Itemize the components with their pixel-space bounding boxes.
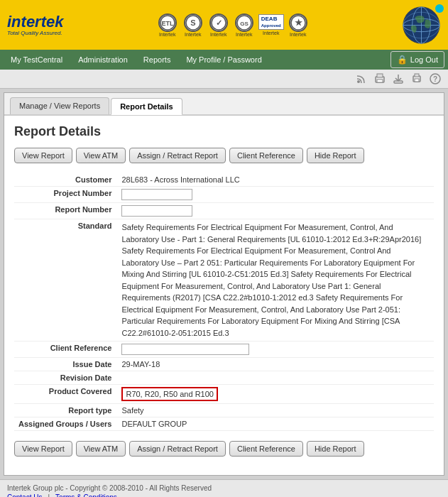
- lock-icon: 🔒: [397, 55, 408, 65]
- client-reference-button-top[interactable]: Client Reference: [229, 148, 303, 163]
- check-badge: ✓ Intertek: [207, 12, 230, 38]
- standard-label: Standard: [14, 219, 117, 342]
- hide-report-button-bottom[interactable]: Hide Report: [307, 441, 364, 457]
- print-icon[interactable]: [373, 72, 387, 85]
- report-number-input[interactable]: [121, 205, 192, 217]
- product-covered-label: Product Covered: [14, 385, 117, 404]
- logout-button[interactable]: 🔒 Log Out: [390, 51, 444, 68]
- customer-label: Customer: [14, 173, 117, 187]
- header-right: [402, 6, 441, 45]
- nav-item-reports[interactable]: Reports: [136, 52, 178, 67]
- view-report-button-bottom[interactable]: View Report: [14, 441, 72, 457]
- tab-manage-view-reports[interactable]: Manage / View Reports: [10, 97, 109, 114]
- svg-rect-18: [377, 74, 383, 77]
- svg-text:S: S: [190, 18, 195, 27]
- view-report-button-top[interactable]: View Report: [14, 148, 72, 163]
- header: intertek Total Quality Assured. ETL Inte…: [0, 0, 448, 50]
- teal-dot: [435, 4, 444, 13]
- svg-rect-23: [415, 79, 419, 82]
- report-number-row: Report Number: [14, 203, 434, 219]
- product-covered-value: R70, R20, R50 and R100: [117, 385, 434, 404]
- footer-copyright: Intertek Group plc - Copyright © 2008-20…: [7, 484, 441, 492]
- deab-badge: DEABApproved Intertek: [258, 14, 284, 36]
- toolbar-icons: ?: [0, 70, 448, 89]
- nav-item-profile[interactable]: My Profile / Password: [179, 52, 268, 67]
- product-covered-row: Product Covered R70, R20, R50 and R100: [14, 385, 434, 404]
- gs-badge: GS Intertek: [233, 12, 256, 38]
- svg-text:GS: GS: [240, 21, 248, 27]
- issue-date-value: 29-MAY-18: [117, 358, 434, 371]
- button-row-bottom: View Report View ATM Assign / Retract Re…: [14, 441, 434, 457]
- hide-report-button-top[interactable]: Hide Report: [307, 148, 364, 163]
- client-reference-input[interactable]: [121, 344, 249, 355]
- project-number-value: [117, 187, 434, 203]
- assigned-groups-value: DEFAULT GROUP: [117, 417, 434, 431]
- report-number-label: Report Number: [14, 203, 117, 219]
- footer-links: Contact Us | Terms & Conditions: [7, 493, 441, 497]
- report-type-row: Report type Safety: [14, 404, 434, 417]
- client-reference-row: Client Reference: [14, 342, 434, 358]
- details-table: Customer 28L683 - Across International L…: [14, 173, 434, 431]
- customer-value: 28L683 - Across International LLC: [117, 173, 434, 187]
- svg-text:?: ?: [433, 75, 437, 83]
- svg-rect-24: [415, 74, 419, 77]
- assign-retract-button-top[interactable]: Assign / Retract Report: [129, 148, 226, 163]
- assigned-groups-label: Assigned Groups / Users: [14, 417, 117, 431]
- nav-items: My TestCentral Administration Reports My…: [4, 52, 269, 67]
- standard-row: Standard Safety Requirements For Electri…: [14, 219, 434, 342]
- nav-item-administration[interactable]: Administration: [71, 52, 135, 67]
- issue-date-row: Issue Date 29-MAY-18: [14, 358, 434, 371]
- nav-item-mytestcentral[interactable]: My TestCentral: [4, 52, 70, 67]
- revision-date-label: Revision Date: [14, 371, 117, 385]
- globe-icon: [402, 6, 441, 45]
- client-reference-value: [117, 342, 434, 358]
- footer-link-contact[interactable]: Contact Us: [7, 493, 42, 497]
- s-badge: S Intertek: [182, 12, 204, 38]
- view-atm-button-bottom[interactable]: View ATM: [76, 441, 126, 457]
- rss-icon[interactable]: [354, 72, 368, 85]
- report-number-value: [117, 203, 434, 219]
- svg-text:★: ★: [294, 18, 302, 28]
- help-icon[interactable]: ?: [428, 72, 442, 85]
- svg-point-16: [357, 80, 360, 83]
- product-covered-highlighted: R70, R20, R50 and R100: [121, 387, 218, 401]
- issue-date-label: Issue Date: [14, 358, 117, 371]
- footer: Intertek Group plc - Copyright © 2008-20…: [0, 479, 448, 497]
- client-reference-button-bottom[interactable]: Client Reference: [229, 441, 303, 457]
- assign-retract-button-bottom[interactable]: Assign / Retract Report: [129, 441, 226, 457]
- report-type-label: Report type: [14, 404, 117, 417]
- navbar: My TestCentral Administration Reports My…: [0, 50, 448, 70]
- standard-value: Safety Requirements For Electrical Equip…: [117, 219, 434, 342]
- page-title: Report Details: [14, 124, 434, 139]
- svg-text:ETL: ETL: [161, 20, 174, 27]
- download-icon[interactable]: [391, 72, 405, 85]
- footer-link-terms[interactable]: Terms & Conditions: [55, 493, 117, 497]
- project-number-input[interactable]: [121, 189, 192, 200]
- svg-text:✓: ✓: [215, 18, 222, 27]
- tab-report-details[interactable]: Report Details: [111, 98, 182, 115]
- view-atm-button-top[interactable]: View ATM: [76, 148, 126, 163]
- logo-area: intertek Total Quality Assured.: [7, 14, 63, 36]
- project-number-label: Project Number: [14, 187, 117, 203]
- svg-rect-19: [377, 80, 383, 82]
- project-number-row: Project Number: [14, 187, 434, 203]
- cert-badges: ETL Intertek S Intertek ✓ Inte: [156, 12, 310, 38]
- tabs: Manage / View Reports Report Details: [4, 93, 444, 116]
- etl-badge: ETL Intertek: [156, 12, 179, 38]
- printer-icon[interactable]: [410, 72, 424, 85]
- content-area: Report Details View Report View ATM Assi…: [4, 116, 444, 475]
- customer-row: Customer 28L683 - Across International L…: [14, 173, 434, 187]
- revision-date-row: Revision Date: [14, 371, 434, 385]
- revision-date-value: [117, 371, 434, 385]
- assigned-groups-row: Assigned Groups / Users DEFAULT GROUP: [14, 417, 434, 431]
- star-badge: ★ Intertek: [287, 12, 310, 38]
- client-reference-label: Client Reference: [14, 342, 117, 358]
- main-content: Manage / View Reports Report Details Rep…: [4, 92, 444, 476]
- logo: intertek Total Quality Assured.: [7, 14, 63, 36]
- button-row-top: View Report View ATM Assign / Retract Re…: [14, 148, 434, 163]
- report-type-value: Safety: [117, 404, 434, 417]
